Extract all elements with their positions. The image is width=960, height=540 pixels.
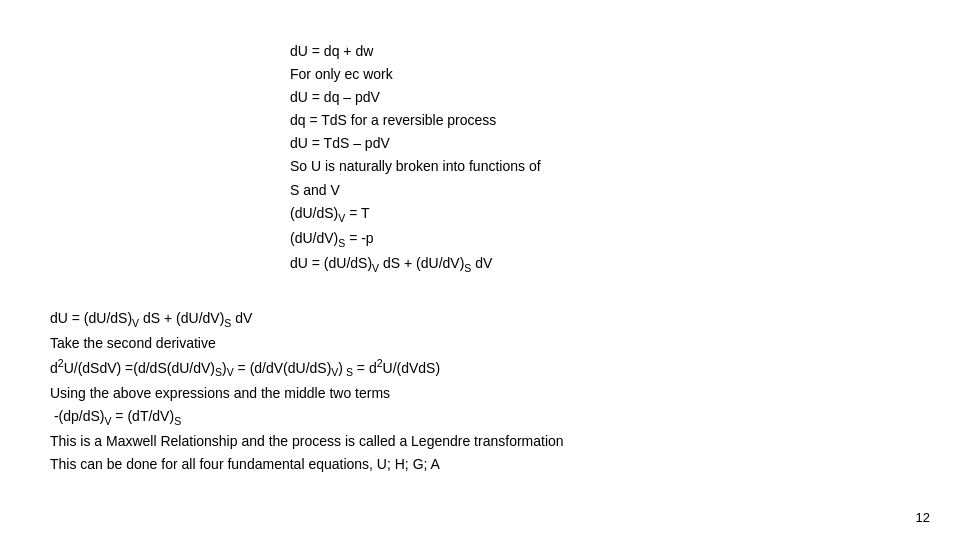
page-container: dU = dq + dw For only ec work dU = dq – …	[0, 0, 960, 540]
line-3: dU = dq – pdV	[290, 86, 930, 109]
line-9: (dU/dV)S = -p	[290, 227, 930, 252]
top-section: dU = dq + dw For only ec work dU = dq – …	[290, 40, 930, 277]
page-number: 12	[916, 510, 930, 525]
bottom-line-7: This can be done for all four fundamenta…	[50, 453, 930, 476]
bottom-line-5: -(dp/dS)V = (dT/dV)S	[50, 405, 930, 430]
line-8: (dU/dS)V = T	[290, 202, 930, 227]
bottom-section: dU = (dU/dS)V dS + (dU/dV)S dV Take the …	[50, 307, 930, 476]
line-5: dU = TdS – pdV	[290, 132, 930, 155]
bottom-line-1: dU = (dU/dS)V dS + (dU/dV)S dV	[50, 307, 930, 332]
line-10: dU = (dU/dS)V dS + (dU/dV)S dV	[290, 252, 930, 277]
line-1: dU = dq + dw	[290, 40, 930, 63]
line-7: S and V	[290, 179, 930, 202]
line-2: For only ec work	[290, 63, 930, 86]
line-4: dq = TdS for a reversible process	[290, 109, 930, 132]
line-6: So U is naturally broken into functions …	[290, 155, 930, 178]
bottom-line-4: Using the above expressions and the midd…	[50, 382, 930, 405]
bottom-line-6: This is a Maxwell Relationship and the p…	[50, 430, 930, 453]
bottom-line-2: Take the second derivative	[50, 332, 930, 355]
bottom-line-3: d2U/(dSdV) =(d/dS(dU/dV)S)V = (d/dV(dU/d…	[50, 355, 930, 382]
